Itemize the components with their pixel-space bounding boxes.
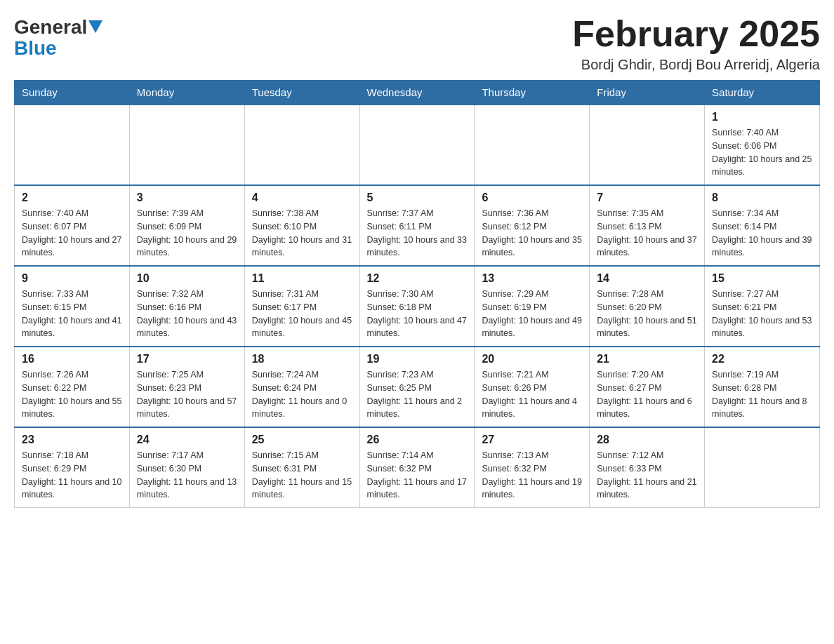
day-info: Sunrise: 7:39 AM Sunset: 6:09 PM Dayligh… — [137, 207, 237, 260]
day-info: Sunrise: 7:28 AM Sunset: 6:20 PM Dayligh… — [597, 288, 697, 340]
calendar-day-cell: 5Sunrise: 7:37 AM Sunset: 6:11 PM Daylig… — [359, 185, 475, 266]
day-number: 11 — [252, 272, 352, 285]
day-number: 12 — [367, 272, 468, 285]
day-number: 10 — [137, 272, 237, 285]
day-info: Sunrise: 7:18 AM Sunset: 6:29 PM Dayligh… — [22, 449, 122, 502]
day-of-week-header: Wednesday — [359, 81, 475, 105]
calendar-day-cell: 28Sunrise: 7:12 AM Sunset: 6:33 PM Dayli… — [590, 427, 705, 508]
day-info: Sunrise: 7:30 AM Sunset: 6:18 PM Dayligh… — [367, 288, 468, 340]
day-of-week-header: Thursday — [475, 81, 590, 105]
day-number: 9 — [22, 272, 122, 285]
calendar-day-cell: 7Sunrise: 7:35 AM Sunset: 6:13 PM Daylig… — [590, 185, 705, 266]
calendar-day-cell: 6Sunrise: 7:36 AM Sunset: 6:12 PM Daylig… — [475, 185, 590, 266]
calendar-day-cell: 21Sunrise: 7:20 AM Sunset: 6:27 PM Dayli… — [590, 347, 705, 427]
day-info: Sunrise: 7:31 AM Sunset: 6:17 PM Dayligh… — [252, 288, 352, 340]
calendar-day-cell: 11Sunrise: 7:31 AM Sunset: 6:17 PM Dayli… — [244, 266, 359, 347]
day-number: 24 — [137, 434, 237, 446]
day-number: 22 — [712, 353, 812, 365]
logo-triangle-icon — [88, 20, 102, 34]
calendar-week-row: 23Sunrise: 7:18 AM Sunset: 6:29 PM Dayli… — [15, 427, 820, 508]
day-number: 21 — [597, 353, 697, 365]
day-number: 19 — [367, 353, 468, 365]
day-info: Sunrise: 7:40 AM Sunset: 6:06 PM Dayligh… — [712, 126, 812, 179]
calendar-day-cell — [705, 427, 820, 508]
calendar-week-row: 9Sunrise: 7:33 AM Sunset: 6:15 PM Daylig… — [15, 266, 820, 347]
day-number: 7 — [597, 192, 697, 204]
calendar-day-cell: 1Sunrise: 7:40 AM Sunset: 6:06 PM Daylig… — [705, 105, 820, 185]
day-info: Sunrise: 7:33 AM Sunset: 6:15 PM Dayligh… — [22, 288, 122, 340]
day-info: Sunrise: 7:40 AM Sunset: 6:07 PM Dayligh… — [22, 207, 122, 260]
calendar-day-cell — [15, 105, 130, 185]
day-info: Sunrise: 7:32 AM Sunset: 6:16 PM Dayligh… — [137, 288, 237, 340]
day-number: 2 — [22, 192, 122, 204]
day-number: 5 — [367, 192, 468, 204]
calendar-day-cell: 4Sunrise: 7:38 AM Sunset: 6:10 PM Daylig… — [244, 185, 359, 266]
calendar-day-cell: 14Sunrise: 7:28 AM Sunset: 6:20 PM Dayli… — [590, 266, 705, 347]
title-block: February 2025 Bordj Ghdir, Bordj Bou Arr… — [572, 14, 820, 73]
day-info: Sunrise: 7:13 AM Sunset: 6:32 PM Dayligh… — [482, 449, 582, 502]
day-number: 16 — [22, 353, 122, 365]
day-number: 4 — [252, 192, 352, 204]
day-info: Sunrise: 7:36 AM Sunset: 6:12 PM Dayligh… — [482, 207, 582, 260]
day-info: Sunrise: 7:20 AM Sunset: 6:27 PM Dayligh… — [597, 368, 697, 421]
calendar-day-cell: 10Sunrise: 7:32 AM Sunset: 6:16 PM Dayli… — [129, 266, 244, 347]
calendar-day-cell: 22Sunrise: 7:19 AM Sunset: 6:28 PM Dayli… — [705, 347, 820, 427]
day-info: Sunrise: 7:25 AM Sunset: 6:23 PM Dayligh… — [137, 368, 237, 421]
day-of-week-header: Monday — [129, 81, 244, 105]
day-number: 18 — [252, 353, 352, 365]
day-info: Sunrise: 7:17 AM Sunset: 6:30 PM Dayligh… — [137, 449, 237, 502]
calendar-day-cell: 27Sunrise: 7:13 AM Sunset: 6:32 PM Dayli… — [475, 427, 590, 508]
calendar-day-cell — [129, 105, 244, 185]
calendar-week-row: 2Sunrise: 7:40 AM Sunset: 6:07 PM Daylig… — [15, 185, 820, 266]
calendar-day-cell: 16Sunrise: 7:26 AM Sunset: 6:22 PM Dayli… — [15, 347, 130, 427]
location-title: Bordj Ghdir, Bordj Bou Arreridj, Algeria — [572, 57, 820, 73]
calendar-day-cell: 19Sunrise: 7:23 AM Sunset: 6:25 PM Dayli… — [359, 347, 475, 427]
day-of-week-header: Friday — [590, 81, 705, 105]
day-of-week-header: Sunday — [15, 81, 130, 105]
day-number: 17 — [137, 353, 237, 365]
day-info: Sunrise: 7:26 AM Sunset: 6:22 PM Dayligh… — [22, 368, 122, 421]
calendar-day-cell: 15Sunrise: 7:27 AM Sunset: 6:21 PM Dayli… — [705, 266, 820, 347]
calendar-day-cell: 3Sunrise: 7:39 AM Sunset: 6:09 PM Daylig… — [129, 185, 244, 266]
calendar-day-cell: 23Sunrise: 7:18 AM Sunset: 6:29 PM Dayli… — [15, 427, 130, 508]
day-info: Sunrise: 7:24 AM Sunset: 6:24 PM Dayligh… — [252, 368, 352, 421]
day-info: Sunrise: 7:14 AM Sunset: 6:32 PM Dayligh… — [367, 449, 468, 502]
calendar-day-cell: 18Sunrise: 7:24 AM Sunset: 6:24 PM Dayli… — [244, 347, 359, 427]
calendar-day-cell: 26Sunrise: 7:14 AM Sunset: 6:32 PM Dayli… — [359, 427, 475, 508]
day-info: Sunrise: 7:29 AM Sunset: 6:19 PM Dayligh… — [482, 288, 582, 340]
day-info: Sunrise: 7:23 AM Sunset: 6:25 PM Dayligh… — [367, 368, 468, 421]
day-number: 28 — [597, 434, 697, 446]
day-info: Sunrise: 7:12 AM Sunset: 6:33 PM Dayligh… — [597, 449, 697, 502]
day-info: Sunrise: 7:19 AM Sunset: 6:28 PM Dayligh… — [712, 368, 812, 421]
calendar-day-cell — [475, 105, 590, 185]
day-of-week-header: Tuesday — [244, 81, 359, 105]
day-number: 6 — [482, 192, 582, 204]
logo: General Blue — [14, 14, 102, 58]
day-info: Sunrise: 7:37 AM Sunset: 6:11 PM Dayligh… — [367, 207, 468, 260]
day-of-week-header: Saturday — [705, 81, 820, 105]
day-info: Sunrise: 7:15 AM Sunset: 6:31 PM Dayligh… — [252, 449, 352, 502]
day-info: Sunrise: 7:21 AM Sunset: 6:26 PM Dayligh… — [482, 368, 582, 421]
calendar-day-cell: 20Sunrise: 7:21 AM Sunset: 6:26 PM Dayli… — [475, 347, 590, 427]
calendar-table: SundayMondayTuesdayWednesdayThursdayFrid… — [14, 80, 820, 508]
calendar-week-row: 1Sunrise: 7:40 AM Sunset: 6:06 PM Daylig… — [15, 105, 820, 185]
calendar-day-cell: 13Sunrise: 7:29 AM Sunset: 6:19 PM Dayli… — [475, 266, 590, 347]
day-info: Sunrise: 7:34 AM Sunset: 6:14 PM Dayligh… — [712, 207, 812, 260]
day-info: Sunrise: 7:38 AM Sunset: 6:10 PM Dayligh… — [252, 207, 352, 260]
day-number: 13 — [482, 272, 582, 285]
calendar-day-cell — [244, 105, 359, 185]
calendar-day-cell: 9Sunrise: 7:33 AM Sunset: 6:15 PM Daylig… — [15, 266, 130, 347]
calendar-day-cell — [359, 105, 475, 185]
day-info: Sunrise: 7:27 AM Sunset: 6:21 PM Dayligh… — [712, 288, 812, 340]
day-number: 14 — [597, 272, 697, 285]
day-number: 8 — [712, 192, 812, 204]
day-number: 25 — [252, 434, 352, 446]
logo-blue: Blue — [14, 39, 57, 58]
calendar-header-row: SundayMondayTuesdayWednesdayThursdayFrid… — [15, 81, 820, 105]
calendar-day-cell: 12Sunrise: 7:30 AM Sunset: 6:18 PM Dayli… — [359, 266, 475, 347]
svg-marker-0 — [88, 20, 102, 33]
day-number: 27 — [482, 434, 582, 446]
month-title: February 2025 — [572, 14, 820, 54]
day-number: 20 — [482, 353, 582, 365]
calendar-day-cell: 25Sunrise: 7:15 AM Sunset: 6:31 PM Dayli… — [244, 427, 359, 508]
